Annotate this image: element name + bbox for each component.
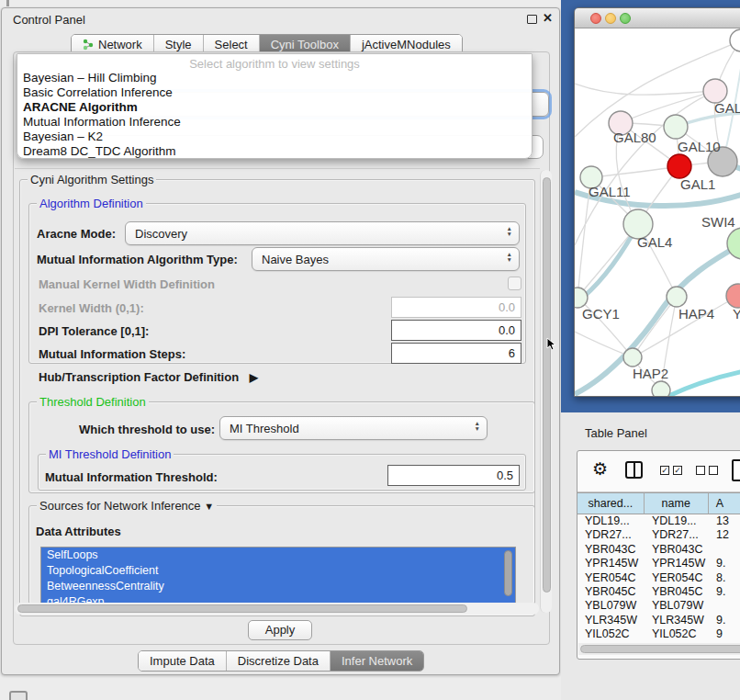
list-item[interactable]: BetweennessCentrality: [41, 579, 515, 594]
tab-label: Infer Network: [342, 654, 412, 668]
menu-item[interactable]: Bayesian – Hill Climbing: [17, 71, 532, 85]
table-cell[interactable]: YBL079W: [645, 599, 709, 613]
node-hap2[interactable]: [623, 348, 642, 367]
scrollbar-thumb[interactable]: [543, 177, 551, 593]
table-cell[interactable]: YBR043C: [645, 543, 709, 557]
checked-box-icon: ✓: [673, 466, 682, 475]
which-threshold-combo[interactable]: MI Threshold ▲▼: [219, 416, 488, 440]
kernel-width-field[interactable]: 0.0: [391, 297, 521, 318]
list-scrollbar-thumb[interactable]: [504, 550, 512, 596]
table-cell[interactable]: YLR345W: [577, 614, 645, 627]
table-cell[interactable]: YLR345W: [645, 614, 709, 627]
node-hap4[interactable]: [667, 287, 687, 307]
tab-label: Discretize Data: [238, 654, 319, 668]
table-cell[interactable]: 9.: [709, 557, 740, 570]
column-header[interactable]: name: [645, 492, 709, 514]
settings-vertical-scrollbar[interactable]: [540, 170, 552, 613]
node-table: shared... name A YDL19... YDL19... 13 YD…: [577, 492, 740, 642]
deselect-all-icon[interactable]: [696, 466, 718, 475]
table-cell[interactable]: YDL19...: [577, 514, 645, 528]
table-row[interactable]: YDR27... YDR27... 12: [577, 528, 740, 542]
apply-button[interactable]: Apply: [248, 620, 312, 640]
scrollbar-thumb[interactable]: [580, 645, 740, 653]
table-cell[interactable]: 9: [709, 627, 740, 641]
table-row[interactable]: YLR345W YLR345W 9.: [577, 614, 740, 627]
node-partial-top[interactable]: [730, 29, 740, 51]
table-row[interactable]: YBR043C YBR043C: [577, 543, 740, 557]
table-row[interactable]: YDL19... YDL19... 13: [577, 514, 740, 528]
column-header[interactable]: A: [709, 492, 740, 514]
triangle-down-icon[interactable]: ▼: [204, 501, 214, 512]
network-window-titlebar[interactable]: [575, 8, 740, 28]
node-gal1[interactable]: [667, 154, 691, 178]
table-cell[interactable]: 9.: [709, 585, 740, 599]
table-cell[interactable]: [709, 543, 740, 557]
minimize-traffic-light[interactable]: [605, 13, 616, 24]
hub-definition-disclosure[interactable]: Hub/Transcription Factor Definition ▶: [39, 370, 258, 384]
table-cell[interactable]: YBR045C: [577, 585, 645, 599]
node-label: GAL11: [589, 184, 631, 199]
menu-item[interactable]: Basic Correlation Inference: [17, 85, 532, 100]
table-cell[interactable]: YDR27...: [645, 528, 709, 542]
minimized-window-icon[interactable]: [9, 691, 28, 700]
table-cell[interactable]: YIL052C: [577, 627, 645, 641]
table-cell[interactable]: YPR145W: [645, 557, 709, 570]
manual-kernel-width-checkbox[interactable]: [508, 277, 521, 290]
settings-horizontal-scrollbar[interactable]: [15, 603, 539, 615]
table-cell[interactable]: YBR043C: [577, 543, 645, 557]
aracne-mode-label: Aracne Mode:: [37, 227, 116, 241]
node-salmon[interactable]: [726, 284, 740, 308]
node-partial-bottom[interactable]: [652, 381, 670, 397]
node-label: GAL4: [637, 234, 672, 250]
table-cell[interactable]: YBL079W: [577, 599, 645, 613]
table-row[interactable]: YIL052C YIL052C 9: [577, 627, 740, 641]
gear-icon[interactable]: ⚙: [592, 458, 608, 480]
triangle-right-icon[interactable]: ▶: [250, 371, 258, 384]
table-cell[interactable]: YDR27...: [577, 528, 645, 542]
table-cell[interactable]: YBR045C: [645, 585, 709, 599]
zoom-traffic-light[interactable]: [620, 13, 631, 24]
dpi-tolerance-field[interactable]: 0.0: [391, 320, 521, 341]
network-canvas[interactable]: GAL GAL80 GAL10 GAL1 GAL11 SWI4 GAL4 GCY…: [575, 28, 740, 397]
table-row[interactable]: YBL079W YBL079W: [577, 599, 740, 613]
list-item[interactable]: SelfLoops: [41, 548, 515, 563]
mi-threshold-label: Mutual Information Threshold:: [45, 470, 218, 484]
menu-item-selected[interactable]: ARACNE Algorithm: [17, 100, 532, 115]
node-gal10[interactable]: [664, 115, 688, 139]
table-cell[interactable]: YDL19...: [645, 514, 709, 528]
aracne-mode-combo[interactable]: Discovery ▲▼: [125, 221, 520, 245]
node-swi4[interactable]: [727, 228, 740, 259]
menu-item[interactable]: Mutual Information Inference: [17, 115, 532, 130]
table-cell[interactable]: [709, 599, 740, 613]
table-horizontal-scrollbar[interactable]: [578, 643, 740, 655]
mi-threshold-field[interactable]: 0.5: [387, 465, 520, 486]
scrollbar-thumb[interactable]: [17, 604, 467, 613]
group-title: Cyni Algorithm Settings: [28, 173, 156, 186]
tab-impute-data[interactable]: Impute Data: [139, 651, 227, 671]
column-header[interactable]: shared...: [577, 492, 645, 514]
table-row[interactable]: YER054C YER054C 8.: [577, 571, 740, 585]
tab-discretize-data[interactable]: Discretize Data: [227, 651, 331, 671]
tab-infer-network[interactable]: Infer Network: [331, 651, 423, 671]
table-cell[interactable]: YER054C: [577, 571, 645, 585]
close-traffic-light[interactable]: [590, 13, 601, 24]
table-cell[interactable]: 13: [709, 514, 740, 528]
table-cell[interactable]: 12: [709, 528, 740, 542]
select-all-icon[interactable]: ✓ ✓: [660, 466, 682, 475]
table-cell[interactable]: 8.: [709, 571, 740, 585]
table-row[interactable]: YBR045C YBR045C 9.: [577, 585, 740, 599]
mi-algorithm-type-combo[interactable]: Naive Bayes ▲▼: [252, 247, 520, 271]
table-cell[interactable]: YPR145W: [577, 557, 645, 570]
column-visibility-icon[interactable]: [625, 461, 643, 479]
menu-item[interactable]: Bayesian – K2: [17, 130, 532, 144]
table-row[interactable]: YPR145W YPR145W 9.: [577, 557, 740, 570]
menu-item[interactable]: Dream8 DC_TDC Algorithm: [17, 144, 532, 159]
group-title: Sources for Network Inference ▼: [37, 499, 217, 513]
unchecked-box-icon: [709, 466, 718, 475]
list-item[interactable]: TopologicalCoefficient: [41, 563, 515, 579]
table-cell[interactable]: YIL052C: [645, 627, 709, 641]
document-icon[interactable]: [732, 459, 740, 481]
table-cell[interactable]: 9.: [709, 614, 740, 627]
table-cell[interactable]: YER054C: [645, 571, 709, 585]
mi-steps-field[interactable]: 6: [391, 343, 521, 364]
